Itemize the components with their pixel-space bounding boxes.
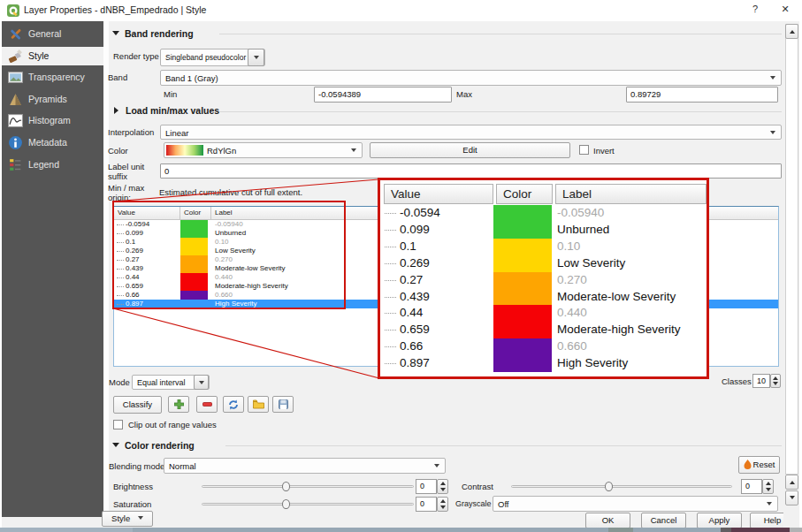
- sidebar-item-histogram[interactable]: Histogram: [2, 111, 103, 130]
- band-dropdown[interactable]: Band 1 (Gray): [160, 70, 782, 86]
- scrollbar-track[interactable]: [785, 24, 798, 475]
- add-entry-button[interactable]: [168, 396, 189, 413]
- histogram-icon: [8, 113, 23, 128]
- load-minmax-collapse-icon[interactable]: [114, 107, 118, 114]
- color-swatch: [180, 220, 208, 238]
- inset-value-cell: -0.0594: [400, 205, 440, 222]
- inset-value-cell: 0.27: [400, 272, 423, 289]
- brightness-spinbox[interactable]: 0: [416, 479, 437, 494]
- color-rendering-collapse-icon[interactable]: [112, 443, 119, 447]
- save-colormap-button[interactable]: [272, 396, 294, 413]
- sidebar-item-label: Transparency: [28, 72, 85, 82]
- sidebar-item-legend[interactable]: Legend: [2, 156, 103, 174]
- color-ramp-dropdown[interactable]: RdYlGn: [164, 142, 363, 158]
- label-cell: Low Severity: [215, 247, 256, 255]
- help-titlebar-button[interactable]: ?: [748, 4, 762, 14]
- remove-entry-button[interactable]: [196, 396, 218, 413]
- reset-icon: [744, 460, 752, 469]
- contrast-slider[interactable]: [511, 485, 732, 488]
- app-icon: [6, 4, 20, 18]
- cancel-button[interactable]: Cancel: [641, 513, 686, 528]
- apply-button[interactable]: Apply: [697, 513, 742, 528]
- scroll-up-button-bottom[interactable]: [785, 475, 798, 490]
- classes-spin-buttons[interactable]: [770, 374, 781, 388]
- min-input[interactable]: -0.0594389: [314, 87, 452, 103]
- band-label: Band: [108, 72, 127, 82]
- invert-label: Invert: [593, 146, 615, 156]
- brightness-slider-handle[interactable]: [282, 482, 290, 491]
- label-cell: Moderate-low Severity: [215, 264, 286, 273]
- layer-properties-dialog: Layer Properties - dNBR_Empedrado | Styl…: [0, 0, 802, 532]
- sidebar-item-pyramids[interactable]: Pyramids: [2, 90, 103, 109]
- refresh-button[interactable]: [223, 396, 244, 413]
- load-minmax-header[interactable]: Load min/max values: [126, 105, 219, 116]
- scroll-down-button[interactable]: [785, 490, 798, 505]
- map-canvas-strip: [0, 528, 802, 532]
- grayscale-dropdown[interactable]: Off: [493, 496, 778, 512]
- inset-label-cell: Low Severity: [557, 255, 625, 272]
- ok-button[interactable]: OK: [585, 513, 630, 528]
- color-swatch: [180, 255, 208, 273]
- inset-label-cell: Moderate-high Severity: [557, 322, 681, 338]
- sidebar-item-general[interactable]: General: [2, 25, 103, 43]
- inset-label-cell: High Severity: [557, 355, 628, 372]
- mode-label: Mode: [109, 377, 130, 387]
- max-input[interactable]: 0.89729: [626, 87, 778, 103]
- blending-mode-dropdown[interactable]: Normal: [164, 458, 446, 474]
- label-cell: 0.270: [215, 255, 233, 264]
- mode-dropdown-arrow[interactable]: [194, 375, 209, 390]
- value-cell: -0.0594: [126, 220, 149, 229]
- color-swatch: [180, 273, 208, 291]
- classes-spinbox[interactable]: 10: [752, 374, 770, 388]
- label-cell: 0.660: [215, 291, 233, 300]
- inset-label-cell: 0.10: [557, 239, 580, 255]
- mode-dropdown[interactable]: Equal interval: [132, 375, 210, 390]
- label-unit-suffix-input[interactable]: 0: [160, 163, 782, 179]
- inset-value-cell: 0.66: [400, 338, 423, 355]
- band-rendering-collapse-icon[interactable]: [112, 31, 119, 35]
- inset-color-swatch: [493, 338, 552, 372]
- load-colormap-button[interactable]: [248, 396, 269, 413]
- style-menu-button[interactable]: Style: [102, 511, 153, 527]
- classify-button[interactable]: Classify: [113, 396, 162, 414]
- edit-button[interactable]: Edit: [370, 142, 570, 158]
- render-type-label: Render type: [113, 51, 159, 61]
- label-cell: Moderate-high Severity: [215, 282, 288, 291]
- max-label: Max: [456, 89, 472, 99]
- color-rendering-header[interactable]: Color rendering: [125, 440, 195, 451]
- save-icon: [279, 399, 288, 409]
- render-type-dropdown[interactable]: Singleband pseudocolor: [160, 49, 265, 66]
- invert-checkbox[interactable]: [579, 145, 589, 155]
- inset-column-header-label: Label: [555, 184, 707, 204]
- column-header-value[interactable]: Value: [114, 207, 180, 220]
- sidebar-item-style[interactable]: Style: [2, 47, 103, 65]
- sidebar-item-label: Style: [28, 50, 49, 61]
- saturation-slider[interactable]: [202, 503, 414, 505]
- folder-icon: [253, 399, 264, 409]
- saturation-slider-handle[interactable]: [282, 499, 290, 509]
- brightness-spin-buttons[interactable]: [437, 479, 448, 494]
- contrast-slider-handle[interactable]: [605, 482, 613, 491]
- inset-label-cell: 0.660: [557, 338, 587, 355]
- sidebar-item-transparency[interactable]: Transparency: [2, 68, 103, 87]
- metadata-icon: [8, 135, 23, 150]
- scrollbar: [783, 21, 799, 528]
- minmax-origin-value: Estimated cumulative cut of full extent.: [159, 187, 302, 197]
- value-cell: 0.269: [126, 247, 143, 255]
- clip-checkbox[interactable]: [113, 420, 123, 429]
- band-rendering-header[interactable]: Band rendering: [125, 28, 194, 39]
- inset-column-header-color: Color: [496, 184, 553, 204]
- inset-label-cell: Unburned: [557, 222, 609, 239]
- interpolation-dropdown[interactable]: Linear: [160, 125, 782, 140]
- render-type-dropdown-arrow[interactable]: [248, 49, 264, 66]
- saturation-spin-buttons[interactable]: [437, 497, 448, 512]
- contrast-spin-buttons[interactable]: [762, 479, 774, 494]
- reset-button[interactable]: Reset: [738, 456, 780, 474]
- contrast-spinbox[interactable]: 0: [741, 479, 762, 494]
- saturation-spinbox[interactable]: 0: [416, 497, 437, 512]
- brightness-slider[interactable]: [202, 485, 414, 488]
- sidebar-item-metadata[interactable]: Metadata: [2, 133, 103, 152]
- column-header-color[interactable]: Color: [180, 207, 211, 220]
- close-button[interactable]: ✕: [778, 4, 792, 15]
- scroll-up-button[interactable]: [785, 24, 798, 39]
